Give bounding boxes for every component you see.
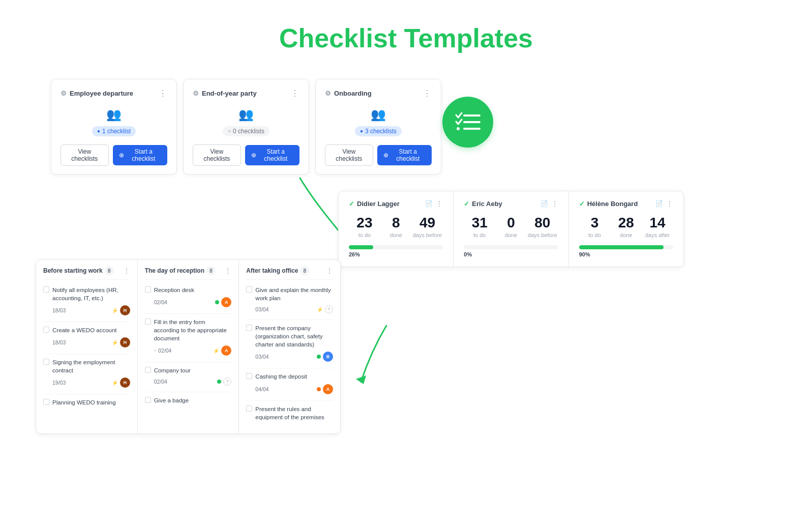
col-badge-2: 8 [206, 266, 216, 275]
task-title: Present the rules and equipment of the p… [246, 405, 333, 421]
document-icon-helene[interactable]: 📄 [655, 200, 663, 207]
checklist-badge-3: ● 3 checklists [355, 126, 402, 136]
col-more-1[interactable]: ⋮ [123, 267, 130, 275]
view-checklists-btn-2[interactable]: View checklists [193, 144, 241, 166]
task-checkbox[interactable] [246, 325, 252, 331]
task-checkbox[interactable] [246, 373, 252, 379]
progress-bar-eric [464, 245, 558, 249]
done-stat-helene: 28 done [610, 216, 642, 238]
col-header-1: Before starting work 8 ⋮ [43, 266, 130, 280]
more-menu-1[interactable]: ⋮ [159, 89, 167, 98]
view-checklists-btn-3[interactable]: View checklists [325, 144, 373, 166]
task-checkbox[interactable] [43, 286, 49, 293]
gear-icon-3: ⚙ [325, 90, 331, 97]
avatar: A [221, 345, 231, 356]
unassigned-avatar: ? [223, 378, 231, 386]
col-badge-1: 8 [105, 266, 114, 275]
task-actions: A [317, 384, 333, 394]
template-card-onboarding: ⚙ Onboarding ⋮ 👥 ● 3 checklists View che… [315, 79, 441, 175]
progress-cards-section: ✓ Didier Lagger 📄 ⋮ 23 to do 8 done 49 d… [338, 191, 684, 267]
task-item: Reception desk 02/04 A [145, 286, 232, 307]
stats-helene: 3 to do 28 done 14 days after [579, 216, 673, 238]
task-title: Present the company (organization chart,… [246, 324, 333, 349]
person-name-eric: ✓ Eric Aeby [464, 200, 502, 208]
days-stat-eric: 80 days before [527, 216, 558, 238]
more-icon-didier[interactable]: ⋮ [436, 199, 443, 208]
users-icon-3: 👥 [325, 107, 432, 122]
start-checklist-btn-1[interactable]: ⊕ Start a checklist [113, 145, 167, 165]
users-icon-1: 👥 [61, 107, 167, 122]
progress-card-didier: ✓ Didier Lagger 📄 ⋮ 23 to do 8 done 49 d… [339, 191, 454, 267]
document-icon-didier[interactable]: 📄 [425, 200, 433, 207]
task-meta: 18/03 ⚡ H [43, 337, 130, 347]
progress-pct-didier: 26% [349, 251, 443, 257]
document-icon-eric[interactable]: 📄 [540, 200, 548, 207]
avatar: H [120, 305, 130, 315]
task-actions: ⚡ H [112, 337, 130, 347]
progress-icons-helene: 📄 ⋮ [655, 199, 673, 208]
status-dot-green [217, 380, 221, 384]
task-checkbox[interactable] [246, 286, 252, 293]
col-before-starting: Before starting work 8 ⋮ Notify all empl… [36, 260, 138, 433]
start-checklist-btn-3[interactable]: ⊕ Start a checklist [377, 145, 432, 165]
col-day-reception: The day of reception 8 ⋮ Reception desk … [138, 260, 239, 433]
task-checkbox[interactable] [246, 405, 252, 412]
avatar: A [221, 297, 231, 307]
template-card-end-of-year: ⚙ End-of-year party ⋮ 👥 ○ 0 checklists V… [183, 79, 309, 175]
task-checkbox[interactable] [145, 286, 151, 293]
plus-icon-2: ⊕ [251, 152, 256, 159]
task-meta: 03/04 B [246, 352, 333, 362]
start-checklist-btn-2[interactable]: ⊕ Start a checklist [245, 145, 299, 165]
view-checklists-btn-1[interactable]: View checklists [61, 144, 109, 166]
lightning-icon: ⚡ [317, 307, 323, 312]
task-item: Give a badge [145, 396, 232, 404]
count-1: ● 1 checklist [61, 126, 167, 136]
task-checkbox[interactable] [145, 397, 151, 403]
check-icon-2: ○ [228, 128, 231, 134]
task-checkbox[interactable] [145, 318, 151, 325]
check-icon-1: ● [97, 128, 100, 134]
task-checkbox[interactable] [43, 399, 49, 405]
task-actions: ⚡ ? [317, 305, 333, 313]
card-title-2: ⚙ End-of-year party [193, 90, 257, 97]
task-item: Present the company (organization chart,… [246, 324, 333, 362]
gear-icon-2: ⚙ [193, 90, 199, 97]
todo-stat-didier: 23 to do [349, 216, 380, 238]
more-menu-3[interactable]: ⋮ [423, 89, 432, 98]
more-icon-eric[interactable]: ⋮ [551, 199, 558, 208]
task-item: Give and explain the monthly work plan 0… [246, 286, 333, 313]
card-actions-2: View checklists ⊕ Start a checklist [193, 144, 299, 166]
col-more-2[interactable]: ⋮ [224, 267, 231, 275]
lightning-icon: ⚡ [213, 348, 219, 354]
check-icon-3: ● [360, 128, 363, 134]
task-meta: 03/04 ⚡ ? [246, 305, 333, 313]
more-icon-helene[interactable]: ⋮ [666, 199, 673, 208]
card-title-text-2: End-of-year party [202, 90, 257, 97]
lightning-icon: ⚡ [112, 308, 118, 313]
stats-eric: 31 to do 0 done 80 days before [464, 216, 558, 238]
progress-header-eric: ✓ Eric Aeby 📄 ⋮ [464, 199, 558, 208]
template-cards-section: ⚙ Employee departure ⋮ 👥 ● 1 checklist V… [51, 79, 441, 175]
svg-point-3 [457, 127, 460, 130]
task-checkbox[interactable] [145, 367, 151, 373]
plus-icon-3: ⊕ [383, 152, 388, 159]
page-title: Checklist Templates [0, 23, 812, 53]
task-title: Planning WEDO training [43, 398, 130, 407]
task-title: Give and explain the monthly work plan [246, 286, 333, 302]
task-checkbox[interactable] [43, 359, 49, 365]
col-after-office: After taking office 8 ⋮ Give and explain… [239, 260, 340, 433]
lightning-icon: ⚡ [112, 380, 118, 386]
col-more-3[interactable]: ⋮ [326, 267, 333, 275]
task-item: Signing the employment contract 19/03 ⚡ … [43, 358, 130, 388]
card-header-1: ⚙ Employee departure ⋮ [61, 89, 167, 98]
person-name-didier: ✓ Didier Lagger [349, 200, 400, 208]
card-actions-1: View checklists ⊕ Start a checklist [61, 144, 167, 166]
task-meta: 02/04 A [145, 297, 232, 307]
task-checkbox[interactable] [43, 327, 49, 333]
more-menu-2[interactable]: ⋮ [291, 89, 299, 98]
task-item: Fill in the entry form according to the … [145, 318, 232, 356]
card-title-1: ⚙ Employee departure [61, 90, 133, 97]
task-title: Signing the employment contract [43, 358, 130, 374]
svg-marker-5 [356, 375, 366, 384]
progress-fill-helene [579, 245, 664, 249]
